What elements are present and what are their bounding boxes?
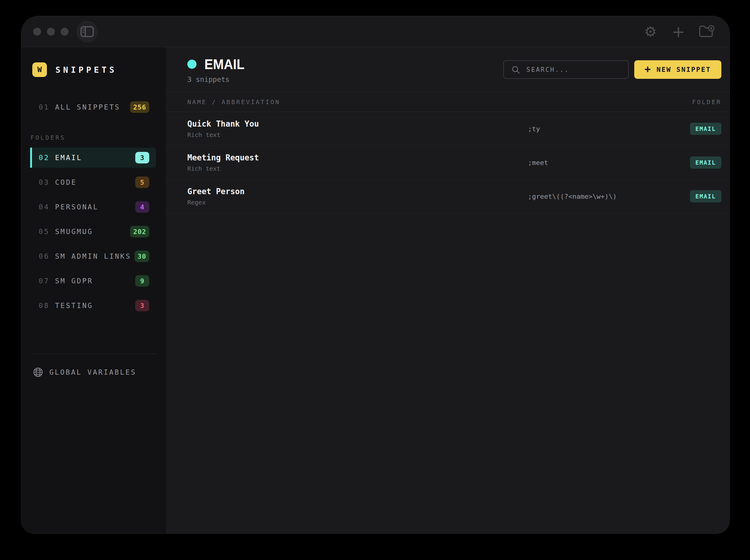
item-index: 06 [39, 252, 50, 260]
snippet-abbreviation: ;meet [528, 159, 682, 166]
settings-button[interactable]: ⚙ [643, 24, 658, 39]
minimize-button[interactable] [47, 28, 55, 36]
close-button[interactable] [33, 28, 41, 36]
count-badge: 4 [135, 201, 149, 213]
item-label: PERSONAL [55, 203, 135, 211]
page-title: EMAIL [204, 56, 244, 72]
gear-icon: ⚙ [644, 25, 656, 39]
table-header: NAME / ABBREVIATION FOLDER [166, 92, 730, 112]
snippet-type: Rich text [188, 131, 528, 139]
folder-tag: EMAIL [690, 157, 722, 169]
sidebar-item-code[interactable]: 03 CODE 5 [30, 172, 156, 192]
item-index: 08 [39, 302, 50, 310]
item-label: SMUGMUG [55, 228, 131, 235]
column-folder: FOLDER [682, 98, 722, 106]
item-index: 05 [39, 228, 50, 235]
app-window: ⚙ + W SNIPPETS [21, 16, 730, 534]
sidebar-item-sm-admin-links[interactable]: 06 SM ADMIN LINKS 30 [30, 246, 156, 266]
new-snippet-label: NEW SNIPPET [656, 66, 711, 74]
snippet-abbreviation: ;ty [528, 125, 682, 133]
snippet-row-greet-person[interactable]: Greet Person Regex ;greet\((?<name>\w+)\… [166, 180, 730, 213]
globe-icon [33, 367, 43, 377]
folder-list: 02 EMAIL 3 03 CODE 5 04 PERSONAL 4 05 SM… [21, 148, 166, 320]
folder-tag: EMAIL [690, 190, 722, 202]
sidebar-item-testing[interactable]: 08 TESTING 3 [30, 295, 156, 316]
search-box[interactable] [503, 60, 629, 79]
item-label: ALL SNIPPETS [55, 103, 131, 111]
main-panel: EMAIL 3 snippets + NEW SN [166, 47, 730, 534]
count-badge: 202 [130, 226, 149, 237]
item-index: 07 [39, 277, 50, 285]
plus-icon: + [645, 64, 652, 74]
sidebar-toggle-icon [80, 26, 94, 37]
titlebar: ⚙ + [21, 16, 730, 47]
folders-heading: FOLDERS [21, 134, 166, 141]
snippet-name: Meeting Request [188, 153, 528, 162]
zoom-button[interactable] [61, 28, 68, 36]
sidebar-item-sm-gdpr[interactable]: 07 SM GDPR 9 [30, 271, 156, 291]
logo-badge: W [32, 62, 47, 77]
item-label: TESTING [55, 302, 135, 310]
count-badge: 5 [135, 177, 149, 188]
sidebar-item-email[interactable]: 02 EMAIL 3 [30, 148, 156, 168]
item-label: CODE [55, 178, 135, 186]
count-badge: 256 [130, 101, 149, 113]
global-variables-button[interactable]: GLOBAL VARIABLES [31, 354, 157, 391]
search-icon [511, 65, 520, 74]
item-index: 01 [39, 103, 50, 111]
snippet-count: 3 snippets [188, 76, 248, 83]
folder-plus-icon [698, 25, 714, 39]
snippet-row-meeting-request[interactable]: Meeting Request Rich text ;meet EMAIL [166, 146, 730, 180]
main-header: EMAIL 3 snippets + NEW SN [166, 47, 730, 92]
snippet-type: Regex [188, 199, 528, 206]
snippet-name: Quick Thank You [188, 119, 528, 128]
snippet-type: Rich text [188, 165, 528, 172]
item-index: 02 [39, 154, 50, 162]
count-badge: 9 [135, 275, 149, 287]
count-badge: 3 [135, 300, 149, 311]
item-index: 03 [39, 178, 50, 186]
snippet-abbreviation: ;greet\((?<name>\w+)\) [528, 193, 682, 200]
count-badge: 30 [135, 250, 150, 262]
sidebar: W SNIPPETS 01 ALL SNIPPETS 256 FOLDERS 0… [21, 47, 166, 534]
item-label: SM GDPR [55, 277, 135, 285]
snippet-row-quick-thank-you[interactable]: Quick Thank You Rich text ;ty EMAIL [166, 112, 730, 146]
new-folder-button[interactable] [699, 24, 714, 39]
titlebar-actions: ⚙ + [643, 24, 714, 39]
global-variables-label: GLOBAL VARIABLES [50, 368, 137, 376]
item-label: EMAIL [55, 154, 135, 162]
item-label: SM ADMIN LINKS [55, 252, 135, 260]
folder-tag: EMAIL [690, 123, 722, 135]
sidebar-item-smugmug[interactable]: 05 SMUGMUG 202 [30, 222, 156, 242]
traffic-lights [33, 28, 68, 36]
sidebar-toggle-button[interactable] [76, 21, 98, 43]
plus-icon: + [672, 24, 685, 40]
sidebar-item-all-snippets[interactable]: 01 ALL SNIPPETS 256 [30, 97, 156, 117]
column-name-abbreviation: NAME / ABBREVIATION [188, 98, 528, 106]
new-snippet-button[interactable]: + NEW SNIPPET [634, 60, 722, 79]
item-index: 04 [39, 203, 50, 211]
snippet-name: Greet Person [188, 187, 528, 196]
folder-color-dot [188, 60, 197, 69]
sidebar-item-personal[interactable]: 04 PERSONAL 4 [30, 197, 156, 217]
count-badge: 3 [135, 152, 149, 163]
search-input[interactable] [527, 66, 621, 74]
app-title: SNIPPETS [56, 65, 117, 75]
app-logo: W SNIPPETS [21, 62, 166, 77]
new-item-button[interactable]: + [671, 24, 686, 39]
